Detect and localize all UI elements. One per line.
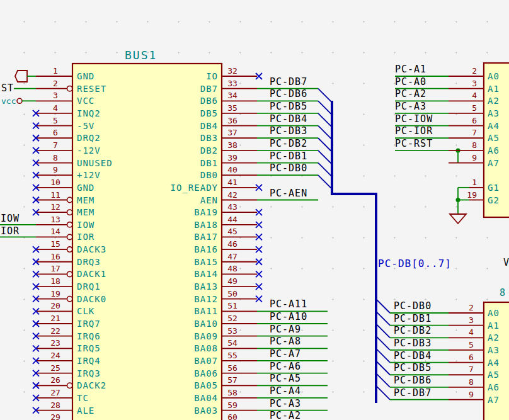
bus-entry[interactable]	[376, 299, 390, 313]
pin-name: ALE	[77, 406, 94, 416]
net-label[interactable]: PC-DB3	[394, 338, 432, 349]
net-label[interactable]: PC-A11	[270, 298, 307, 310]
pin-name: BA13	[194, 281, 218, 292]
pin-number: 17	[50, 264, 60, 273]
net-label[interactable]: PC-DB1	[270, 150, 307, 162]
bus1-reference[interactable]: BUS1	[125, 48, 157, 62]
pin-number: 9	[53, 165, 58, 174]
bus-entry[interactable]	[376, 336, 390, 350]
pin-name: +12V	[77, 170, 101, 180]
ground-symbol-icon[interactable]	[450, 214, 466, 224]
net-label[interactable]: PC-A9	[270, 324, 301, 335]
schematic-canvas[interactable]: BUS1 1GND2RESET3VCC4INQ25-5V6DRQ27-12V8U…	[0, 0, 509, 420]
st-cut-label[interactable]: ST	[1, 82, 14, 94]
net-label[interactable]: PC-A3	[270, 398, 301, 409]
chip-top-component[interactable]: PC-A12A0PC-A03A1PC-A24A2PC-A35A3PC-IOW6A…	[395, 63, 509, 217]
bus-entry[interactable]	[318, 113, 332, 127]
net-label[interactable]: PC-DB2	[270, 138, 307, 149]
bus1-left-pin-29[interactable]: 29	[36, 412, 72, 420]
pin-number: 26	[50, 375, 60, 385]
global-label-arrow-icon[interactable]	[15, 71, 27, 82]
pin-name: A2	[488, 332, 500, 343]
net-label[interactable]: PC-A2	[395, 88, 426, 99]
net-label[interactable]: PC-A7	[270, 348, 301, 360]
net-label[interactable]: PC-A2	[270, 410, 301, 420]
pin-name: A6	[488, 382, 500, 392]
bus-entry[interactable]	[318, 150, 332, 164]
net-label[interactable]: PC-A4	[270, 385, 301, 397]
chip-bottom-pin-9[interactable]: PC-DB79A7	[376, 386, 500, 405]
pin-name: BA16	[194, 244, 218, 254]
invert-bubble-icon	[67, 271, 72, 276]
pin-number: 49	[227, 276, 237, 286]
bus-entry[interactable]	[318, 126, 332, 140]
vcc-power-label[interactable]: vcc	[1, 96, 16, 106]
net-label[interactable]: PC-AEN	[270, 188, 307, 199]
pin-name: BA03	[194, 406, 218, 416]
pin-number: 19	[467, 190, 477, 200]
pin-number: 27	[50, 388, 60, 397]
net-label[interactable]: PC-A10	[270, 311, 307, 322]
bus-entry[interactable]	[318, 163, 332, 177]
net-label[interactable]: PC-A0	[395, 76, 426, 88]
bus1-component[interactable]: BUS1 1GND2RESET3VCC4INQ25-5V6DRQ27-12V8U…	[33, 48, 332, 420]
net-label[interactable]: PC-A1	[395, 64, 426, 75]
pin-name: BA07	[194, 356, 218, 366]
pin-number: 9	[472, 153, 477, 162]
net-label[interactable]: PC-A6	[270, 361, 301, 372]
pin-number: 60	[227, 412, 237, 420]
net-label[interactable]: PC-DB5	[270, 101, 307, 112]
net-label[interactable]: PC-DB4	[394, 350, 432, 361]
pin-name: DB2	[200, 145, 218, 156]
bus-entry[interactable]	[376, 373, 390, 387]
pin-name: DRQ3	[77, 257, 101, 267]
pin-number: 1	[472, 178, 477, 187]
net-label[interactable]: PC-DB0	[394, 300, 432, 312]
pin-number: 47	[227, 252, 237, 261]
bus-entry[interactable]	[376, 386, 390, 400]
net-label[interactable]: PC-DB7	[270, 76, 307, 88]
bus-entry[interactable]	[376, 312, 390, 326]
bus-entry[interactable]	[318, 138, 332, 152]
net-label[interactable]: PC-DB2	[394, 325, 432, 336]
chip-bottom-component[interactable]: PC-DB02A0PC-DB13A1PC-DB24A2PC-DB35A3PC-D…	[376, 299, 509, 420]
vcc-power-icon[interactable]	[17, 98, 22, 103]
pin-name: IO	[206, 71, 218, 81]
pc-db-bus-wire[interactable]	[332, 101, 376, 403]
iow-label[interactable]: IOW	[1, 213, 20, 224]
bus1-right-pin-60[interactable]: 60PC-A2	[222, 410, 328, 420]
net-label[interactable]: PC-IOR	[395, 125, 433, 137]
ior-label[interactable]: IOR	[1, 225, 20, 237]
net-label[interactable]: PC-DB4	[270, 113, 307, 125]
net-label[interactable]: PC-DB3	[270, 125, 307, 137]
net-label[interactable]: PC-RST	[395, 138, 433, 149]
pin-name: DB5	[200, 108, 218, 118]
net-label[interactable]: PC-DB6	[394, 375, 432, 386]
net-label[interactable]: PC-DB6	[270, 88, 307, 99]
bus-entry[interactable]	[318, 175, 332, 189]
schematic-sheet[interactable]: BUS1 1GND2RESET3VCC4INQ25-5V6DRQ27-12V8U…	[0, 0, 509, 420]
chip-bottom-pins: PC-DB02A0PC-DB13A1PC-DB24A2PC-DB35A3PC-D…	[376, 299, 500, 405]
net-label[interactable]: PC-DB0	[270, 162, 307, 174]
net-label[interactable]: PC-IOW	[395, 113, 433, 125]
pin-name: UNUSED	[77, 158, 113, 168]
net-label[interactable]: PC-A3	[395, 101, 426, 112]
net-label[interactable]: PC-A8	[270, 336, 301, 347]
pin-name: DACK3	[77, 244, 106, 254]
pin-name: DACK0	[77, 294, 106, 304]
net-label[interactable]: PC-DB1	[394, 313, 432, 324]
bus-entry[interactable]	[376, 324, 390, 338]
pin-name: DACK1	[77, 269, 106, 279]
bus-entry[interactable]	[318, 101, 332, 115]
pin-number: 53	[227, 326, 237, 336]
net-label[interactable]: PC-DB7	[394, 387, 432, 399]
pin-number: 23	[50, 338, 60, 348]
net-label[interactable]: PC-A5	[270, 373, 301, 384]
pin-name: DB0	[200, 170, 218, 180]
pin-number: 25	[50, 363, 60, 373]
net-label[interactable]: PC-DB5	[394, 362, 432, 373]
bus-entry[interactable]	[376, 349, 390, 363]
bus-label[interactable]: PC-DB[0..7]	[378, 258, 452, 270]
bus-entry[interactable]	[318, 89, 332, 103]
bus-entry[interactable]	[376, 361, 390, 375]
